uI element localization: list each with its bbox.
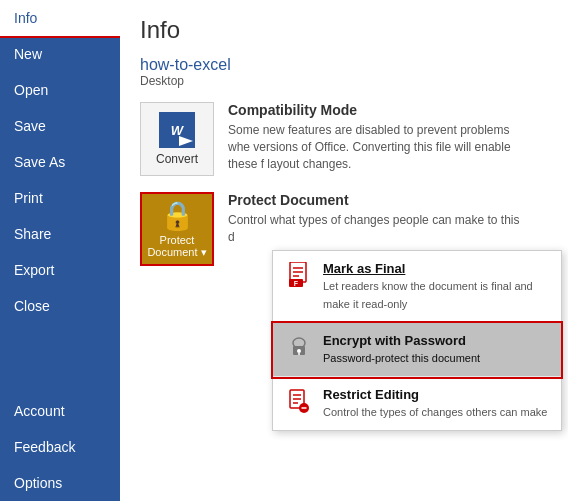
dropdown-item-restrict-editing[interactable]: Restrict Editing Control the types of ch… <box>273 377 561 430</box>
sidebar-item-save-as[interactable]: Save As <box>0 144 120 180</box>
protect-text: Protect Document Control what types of c… <box>228 192 528 246</box>
mark-final-title: Mark as Final <box>323 261 549 276</box>
sidebar-item-open[interactable]: Open <box>0 72 120 108</box>
mark-final-icon: F <box>285 261 313 289</box>
encrypt-password-icon <box>285 333 313 361</box>
compatibility-text: Compatibility Mode Some new features are… <box>228 102 528 172</box>
encrypt-password-text: Encrypt with Password Password-protect t… <box>323 333 480 366</box>
sidebar-item-share[interactable]: Share <box>0 216 120 252</box>
compatibility-title: Compatibility Mode <box>228 102 528 118</box>
sidebar-item-account[interactable]: Account <box>0 393 120 429</box>
sidebar-item-new[interactable]: New <box>0 36 120 72</box>
sidebar: Info New Open Save Save As Print Share E… <box>0 0 120 501</box>
sidebar-item-info[interactable]: Info <box>0 0 120 36</box>
svg-point-9 <box>297 349 301 353</box>
sidebar-item-close[interactable]: Close <box>0 288 120 324</box>
lock-icon: 🔒 <box>160 199 195 232</box>
sidebar-item-feedback[interactable]: Feedback <box>0 429 120 465</box>
sidebar-item-options[interactable]: Options <box>0 465 120 501</box>
protect-document-button[interactable]: 🔒 Protect Document ▾ <box>140 192 214 266</box>
compatibility-section: W Convert Compatibility Mode Some new fe… <box>140 102 548 176</box>
protect-title: Protect Document <box>228 192 528 208</box>
svg-text:F: F <box>294 280 299 287</box>
doc-location: Desktop <box>140 74 548 88</box>
dropdown-item-encrypt-password[interactable]: Encrypt with Password Password-protect t… <box>273 323 561 377</box>
word-icon: W <box>159 112 195 148</box>
page-title: Info <box>140 16 548 44</box>
sidebar-item-print[interactable]: Print <box>0 180 120 216</box>
encrypt-password-description: Password-protect this document <box>323 352 480 364</box>
convert-button[interactable]: W Convert <box>140 102 214 176</box>
protect-dropdown: F Mark as Final Let readers know the doc… <box>272 250 562 431</box>
svg-marker-0 <box>179 136 193 146</box>
sidebar-item-export[interactable]: Export <box>0 252 120 288</box>
restrict-editing-description: Control the types of changes others can … <box>323 406 547 418</box>
restrict-editing-text: Restrict Editing Control the types of ch… <box>323 387 547 420</box>
doc-name: how-to-excel <box>140 56 548 74</box>
protect-label: Protect Document ▾ <box>147 234 206 259</box>
restrict-editing-icon <box>285 387 313 415</box>
dropdown-item-mark-final[interactable]: F Mark as Final Let readers know the doc… <box>273 251 561 323</box>
restrict-editing-title: Restrict Editing <box>323 387 547 402</box>
protect-description: Control what types of changes people can… <box>228 212 528 246</box>
mark-final-description: Let readers know the document is final a… <box>323 280 533 310</box>
mark-final-text: Mark as Final Let readers know the docum… <box>323 261 549 312</box>
compatibility-description: Some new features are disabled to preven… <box>228 122 528 172</box>
main-content: Info how-to-excel Desktop W Convert Comp… <box>120 0 568 501</box>
convert-label: Convert <box>156 152 198 166</box>
encrypt-password-title: Encrypt with Password <box>323 333 480 348</box>
sidebar-item-save[interactable]: Save <box>0 108 120 144</box>
